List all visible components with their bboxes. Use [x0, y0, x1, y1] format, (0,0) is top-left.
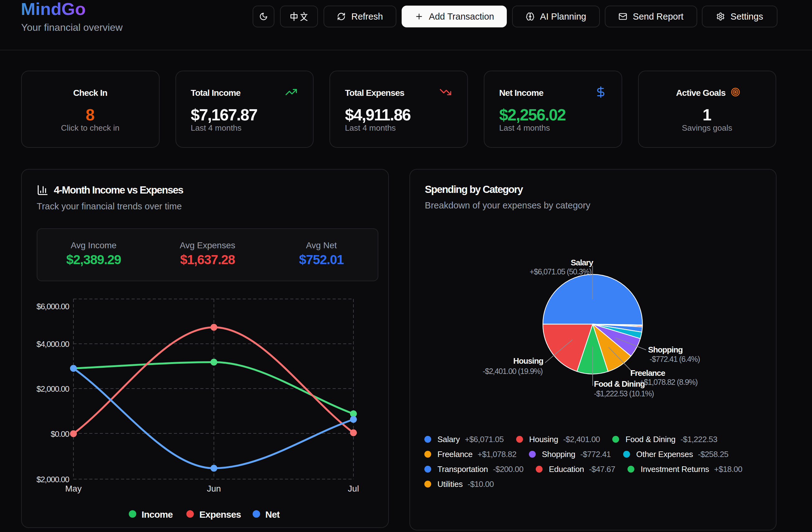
svg-text:$2,000.00: $2,000.00	[37, 384, 69, 393]
svg-text:May: May	[65, 484, 82, 493]
svg-text:Income: Income	[142, 509, 173, 520]
svg-text:Jul: Jul	[348, 484, 359, 493]
svg-text:-$2,401.00 (19.9%): -$2,401.00 (19.9%)	[483, 367, 542, 375]
svg-text:Expenses: Expenses	[200, 509, 241, 520]
svg-text:Shopping: Shopping	[648, 345, 683, 354]
svg-text:-$1,222.53 (10.1%): -$1,222.53 (10.1%)	[594, 389, 654, 398]
svg-text:-$772.41 (6.4%): -$772.41 (6.4%)	[650, 355, 700, 363]
svg-text:+$6,071.05 (50.3%): +$6,071.05 (50.3%)	[530, 267, 591, 276]
svg-text:$0.00: $0.00	[51, 429, 69, 438]
svg-text:Net: Net	[265, 509, 280, 520]
svg-text:$2,000.00: $2,000.00	[37, 475, 69, 484]
svg-text:Food & Dining: Food & Dining	[594, 379, 645, 389]
svg-text:$4,000.00: $4,000.00	[37, 340, 69, 349]
svg-text:Housing: Housing	[513, 356, 543, 365]
svg-text:$6,000.00: $6,000.00	[37, 302, 69, 311]
svg-text:+$1,078.82 (8.9%): +$1,078.82 (8.9%)	[640, 378, 697, 386]
svg-text:Jun: Jun	[207, 484, 221, 493]
svg-text:Freelance: Freelance	[630, 368, 665, 378]
svg-text:Salary: Salary	[571, 258, 594, 267]
